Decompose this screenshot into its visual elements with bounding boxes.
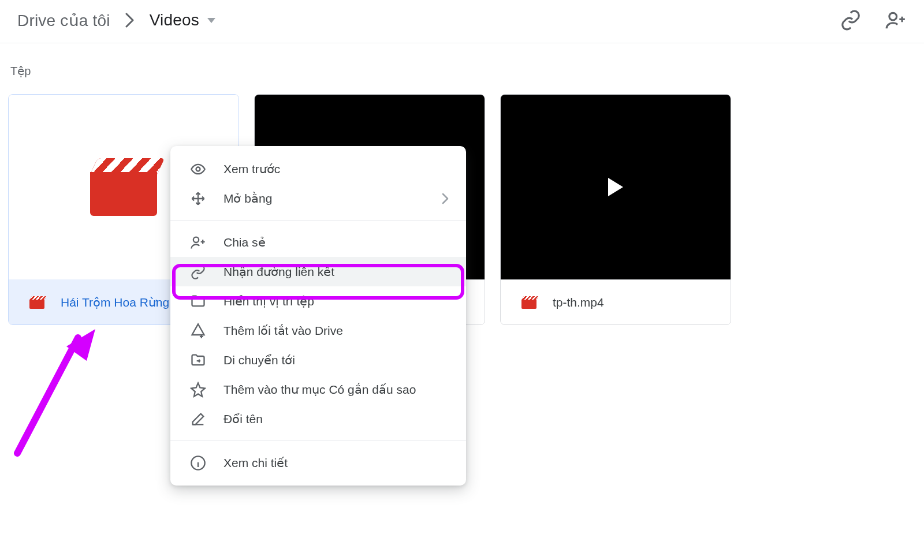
svg-point-2 <box>193 237 199 242</box>
breadcrumb-root[interactable]: Drive của tôi <box>17 11 110 30</box>
menu-item-label: Di chuyển tới <box>223 353 449 367</box>
file-thumbnail <box>501 95 731 279</box>
get-link-button[interactable] <box>840 9 862 31</box>
topbar-actions <box>840 9 907 31</box>
star-icon <box>190 382 206 398</box>
play-icon <box>608 178 623 196</box>
svg-point-0 <box>889 13 897 20</box>
chevron-right-icon <box>125 13 135 28</box>
menu-item-rename[interactable]: Đổi tên <box>170 404 466 434</box>
breadcrumb-current-label: Videos <box>150 11 199 29</box>
caret-down-icon <box>207 18 215 23</box>
menu-item-get-link[interactable]: Nhận đường liên kết <box>170 257 466 286</box>
pencil-icon <box>190 411 206 427</box>
video-file-icon <box>29 296 44 309</box>
link-icon <box>190 264 206 280</box>
menu-item-preview[interactable]: Xem trước <box>170 154 466 184</box>
annotation-arrow <box>6 309 104 459</box>
menu-item-move-to[interactable]: Di chuyển tới <box>170 345 466 375</box>
menu-item-label: Xem chi tiết <box>223 456 449 470</box>
top-bar: Drive của tôi Videos <box>0 0 924 43</box>
menu-separator <box>170 220 466 221</box>
menu-item-share[interactable]: Chia sẻ <box>170 227 466 257</box>
svg-line-4 <box>17 338 78 453</box>
share-button[interactable] <box>885 9 907 31</box>
breadcrumb-current[interactable]: Videos <box>150 11 215 29</box>
video-file-icon <box>521 296 536 309</box>
menu-item-add-shortcut[interactable]: Thêm lối tắt vào Drive <box>170 316 466 345</box>
svg-marker-5 <box>66 329 95 361</box>
info-icon <box>190 455 206 471</box>
menu-item-label: Hiển thị vị trí tệp <box>223 294 449 308</box>
breadcrumb: Drive của tôi Videos <box>17 11 215 30</box>
context-menu: Xem trước Mở bằng Chia sẻ Nhận đường liê… <box>170 146 466 486</box>
folder-icon <box>190 293 206 309</box>
folder-move-icon <box>190 352 206 368</box>
file-name: tp-th.mp4 <box>553 296 604 309</box>
person-add-icon <box>190 234 206 251</box>
menu-item-label: Mở bằng <box>223 192 424 206</box>
menu-item-label: Đổi tên <box>223 412 449 426</box>
video-file-icon <box>90 158 157 216</box>
menu-item-label: Chia sẻ <box>223 236 449 249</box>
svg-point-1 <box>196 167 200 171</box>
menu-item-label: Nhận đường liên kết <box>223 265 449 279</box>
menu-item-label: Xem trước <box>223 162 449 176</box>
eye-icon <box>190 161 206 177</box>
file-card[interactable]: tp-th.mp4 <box>500 94 731 325</box>
menu-item-details[interactable]: Xem chi tiết <box>170 448 466 477</box>
section-label: Tệp <box>0 43 924 78</box>
menu-item-label: Thêm lối tắt vào Drive <box>223 324 449 338</box>
chevron-right-icon <box>442 193 449 204</box>
menu-item-show-location[interactable]: Hiển thị vị trí tệp <box>170 286 466 316</box>
menu-item-label: Thêm vào thư mục Có gắn dấu sao <box>223 383 449 397</box>
menu-item-open-with[interactable]: Mở bằng <box>170 184 466 213</box>
file-name: Hái Trộm Hoa Rừng <box>61 296 169 309</box>
file-caption: tp-th.mp4 <box>501 279 731 324</box>
menu-separator <box>170 440 466 441</box>
menu-item-add-star[interactable]: Thêm vào thư mục Có gắn dấu sao <box>170 375 466 404</box>
move-icon <box>190 191 206 207</box>
drive-add-icon <box>190 323 206 339</box>
